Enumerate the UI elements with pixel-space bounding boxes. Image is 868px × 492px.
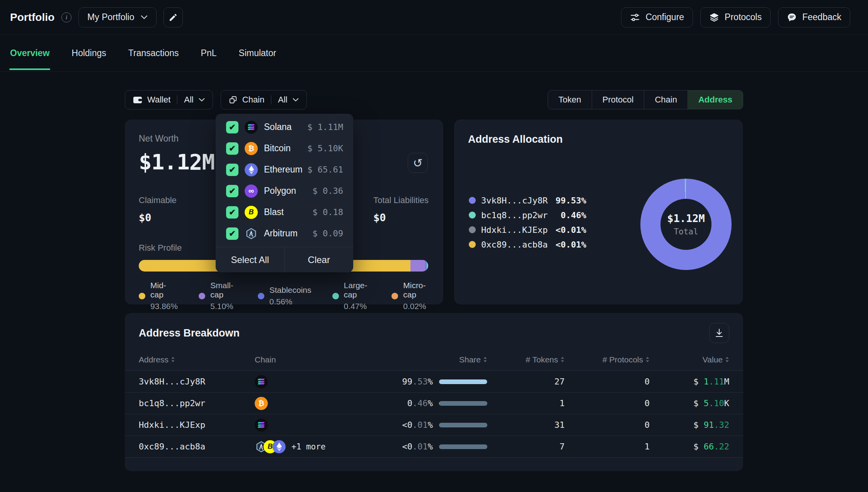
header-actions: ConfigureProtocolsFeedback — [621, 7, 850, 27]
table-row[interactable]: bc1q8...pp2wr₿0.46%10$ 5.10K — [125, 393, 743, 414]
donut-center-label: Total — [667, 227, 705, 236]
risk-legend: Mid-cap93.86%Small-cap5.10%Stablecoins0.… — [139, 281, 429, 311]
divider — [271, 95, 271, 104]
wallet-filter-button[interactable]: Wallet All — [125, 90, 213, 109]
chain-option-blast[interactable]: ✔BBlast$ 0.18 — [216, 202, 353, 223]
more-chains-label: +1 more — [291, 442, 326, 451]
cell-chain — [255, 375, 329, 388]
cell-share: <0.01% — [329, 420, 487, 430]
tab-overview[interactable]: Overview — [10, 35, 49, 72]
address-breakdown-card: Address Breakdown AddressChainShare# Tok… — [125, 313, 743, 471]
sort-icon[interactable] — [171, 356, 175, 363]
solana-icon — [255, 419, 268, 432]
tab-pnl[interactable]: PnL — [201, 35, 217, 72]
feedback-button[interactable]: Feedback — [778, 7, 850, 27]
polygon-icon: ∞ — [245, 184, 258, 198]
risk-legend-item: Stablecoins0.56% — [258, 281, 311, 311]
allocation-pct: 0.46% — [561, 210, 586, 220]
cell-protocols: 0 — [565, 377, 650, 386]
column-header-tokens[interactable]: # Tokens — [487, 355, 565, 364]
allocation-address: bc1q8...pp2wr — [481, 210, 555, 220]
checkbox-checked-icon[interactable]: ✔ — [226, 206, 238, 219]
portfolio-selector[interactable]: My Portfolio — [78, 7, 156, 27]
liabilities-value: $0 — [373, 212, 429, 224]
sort-icon[interactable] — [560, 356, 565, 363]
tab-holdings[interactable]: Holdings — [71, 35, 106, 72]
checkbox-checked-icon[interactable]: ✔ — [226, 142, 238, 155]
tab-simulator[interactable]: Simulator — [239, 35, 276, 72]
cell-share: <0.01% — [329, 442, 487, 451]
edit-portfolio-button[interactable] — [163, 7, 183, 27]
clear-button[interactable]: Clear — [284, 247, 354, 272]
risk-legend-item: Mid-cap93.86% — [139, 281, 178, 311]
top-header: Portfolio i My Portfolio ConfigureProtoc… — [0, 0, 868, 35]
risk-category-name: Small-cap — [210, 281, 237, 299]
configure-label: Configure — [645, 12, 684, 22]
cell-address: 0xc89...acb8a — [139, 442, 255, 451]
protocols-button[interactable]: Protocols — [700, 7, 771, 27]
refresh-button[interactable]: ↺ — [408, 153, 428, 173]
allocation-pct: <0.01% — [556, 225, 586, 235]
sort-icon[interactable] — [725, 356, 729, 363]
table-row[interactable]: Hdxki...KJExp<0.01%310$ 91.32 — [125, 414, 743, 436]
chain-option-polygon[interactable]: ✔∞Polygon$ 0.36 — [216, 180, 353, 202]
configure-button[interactable]: Configure — [621, 7, 693, 27]
allocation-address: 3vk8H...cJy8R — [481, 196, 550, 205]
info-icon[interactable]: i — [61, 12, 71, 22]
chain-option-bitcoin[interactable]: ✔₿Bitcoin$ 5.10K — [216, 138, 353, 159]
chain-option-solana[interactable]: ✔Solana$ 1.11M — [216, 116, 353, 138]
ethereum-icon — [272, 440, 286, 453]
cell-share: 0.46% — [329, 398, 487, 408]
view-option-token[interactable]: Token — [548, 91, 592, 109]
sliders-icon — [630, 12, 640, 22]
download-icon — [715, 328, 723, 338]
bitcoin-icon: ₿ — [245, 142, 258, 155]
column-header-share[interactable]: Share — [329, 355, 487, 364]
select-all-button[interactable]: Select All — [216, 247, 284, 272]
chain-option-arbitrum[interactable]: ✔Arbitrum$ 0.09 — [216, 223, 353, 244]
chain-option-value: $ 5.10K — [307, 144, 343, 153]
legend-dot — [258, 293, 264, 299]
legend-dot — [391, 293, 398, 299]
checkbox-checked-icon[interactable]: ✔ — [226, 121, 238, 133]
tab-transactions[interactable]: Transactions — [128, 35, 179, 72]
risk-category-name: Micro-cap — [403, 281, 429, 299]
allocation-legend-item[interactable]: 3vk8H...cJy8R99.53% — [469, 193, 586, 208]
allocation-address: Hdxki...KJExp — [481, 225, 550, 235]
column-header-value[interactable]: Value — [650, 355, 729, 364]
view-option-protocol[interactable]: Protocol — [592, 91, 644, 109]
table-row[interactable]: 0xc89...acb8aB+1 more<0.01%71$ 66.22 — [125, 436, 743, 458]
cell-protocols: 1 — [565, 442, 650, 451]
allocation-legend-item[interactable]: Hdxki...KJExp<0.01% — [469, 222, 586, 237]
chain-filter-button[interactable]: Chain All — [221, 90, 307, 109]
risk-category-name: Large-cap — [344, 281, 371, 299]
pencil-icon — [168, 13, 178, 22]
legend-dot — [139, 293, 145, 299]
chain-option-value: $ 0.09 — [313, 229, 343, 238]
allocation-legend-item[interactable]: 0xc89...acb8a<0.01% — [469, 237, 586, 252]
cell-share: 99.53% — [329, 377, 487, 386]
chain-option-name: Solana — [264, 122, 292, 132]
column-header-protocols[interactable]: # Protocols — [565, 355, 650, 364]
allocation-pct: 99.53% — [556, 196, 586, 205]
checkbox-checked-icon[interactable]: ✔ — [226, 185, 238, 197]
layers-icon — [709, 12, 719, 22]
checkbox-checked-icon[interactable]: ✔ — [226, 227, 238, 240]
sort-icon[interactable] — [645, 356, 650, 363]
legend-dot — [469, 241, 476, 248]
chain-dropdown-panel: ✔Solana$ 1.11M✔₿Bitcoin$ 5.10K✔Ethereum$… — [216, 114, 353, 272]
arbitrum-icon — [245, 227, 258, 240]
chain-option-value: $ 0.18 — [313, 207, 343, 217]
download-button[interactable] — [709, 323, 729, 343]
allocation-title: Address Allocation — [468, 133, 729, 145]
column-header-address[interactable]: Address — [139, 355, 255, 364]
sort-icon[interactable] — [483, 356, 487, 363]
chain-option-ethereum[interactable]: ✔Ethereum$ 65.61 — [216, 159, 353, 180]
allocation-legend-item[interactable]: bc1q8...pp2wr0.46% — [469, 208, 586, 222]
table-row[interactable]: 3vk8H...cJy8R99.53%270$ 1.11M — [125, 371, 743, 393]
view-option-address[interactable]: Address — [688, 91, 743, 109]
view-option-chain[interactable]: Chain — [644, 91, 687, 109]
share-bar — [439, 444, 487, 449]
checkbox-checked-icon[interactable]: ✔ — [226, 164, 238, 176]
legend-dot — [199, 293, 205, 299]
